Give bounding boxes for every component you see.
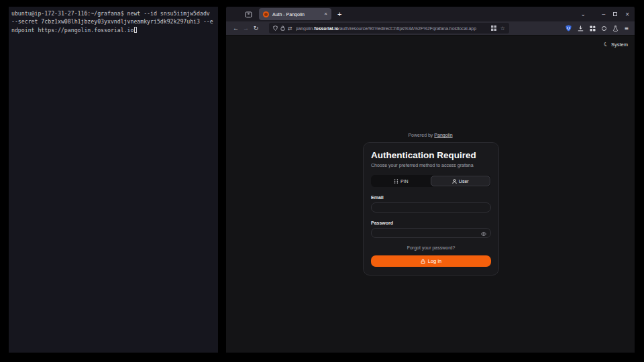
new-tab-button[interactable]: + (337, 11, 341, 18)
extensions-icon[interactable] (590, 25, 596, 32)
page-content: ☾ System Powered by Pangolin Authenticat… (226, 36, 635, 353)
card-title: Authentication Required (371, 150, 491, 160)
ublock-icon[interactable] (566, 25, 572, 32)
card-subtitle: Choose your preferred method to access g… (371, 163, 491, 168)
minimize-button[interactable]: – (602, 11, 605, 17)
account-ring-icon[interactable] (602, 26, 606, 31)
desktop: ubuntu@ip-172-31-27-116:~/grafana$ newt … (0, 0, 644, 362)
email-label: Email (371, 195, 491, 200)
moon-icon: ☾ (602, 41, 609, 48)
browser-window: Auth - Pangolin × + ⌄ – × ← → ↻ (226, 7, 635, 353)
powered-by-text: Powered by (408, 133, 433, 137)
flask-icon[interactable] (612, 25, 619, 32)
auth-method-tabs: PIN User (371, 175, 491, 187)
password-input[interactable] (371, 228, 491, 238)
tab-pin-label: PIN (400, 179, 409, 184)
reload-button[interactable]: ↻ (251, 25, 261, 32)
toolbar-extensions: ≡ (566, 25, 629, 32)
proxy-swap-icon[interactable]: ⇄ (288, 25, 292, 32)
user-icon (452, 179, 457, 184)
pangolin-favicon-icon (263, 11, 269, 17)
download-icon[interactable] (578, 25, 584, 32)
dialpad-icon (394, 179, 398, 184)
terminal-line: ndpoint https://pangolin.fossorial.io (11, 26, 215, 34)
forgot-password-link[interactable]: Forgot your password? (371, 245, 491, 250)
lock-icon[interactable] (280, 25, 285, 31)
login-button[interactable]: Log in (371, 255, 491, 267)
tab-pin[interactable]: PIN (372, 176, 431, 186)
theme-toggle[interactable]: ☾ System (604, 42, 628, 48)
close-window-button[interactable]: × (625, 11, 629, 18)
browser-tab-bar: Auth - Pangolin × + ⌄ – × (226, 7, 635, 21)
email-input[interactable] (371, 202, 491, 213)
firefox-view-icon[interactable] (244, 9, 253, 19)
terminal-line: --secret 7cbz1xw08lh1jbzey03yxvndljvneam… (11, 17, 215, 25)
containers-grid-icon[interactable] (491, 25, 496, 31)
list-tabs-chevron-icon[interactable]: ⌄ (581, 11, 586, 17)
terminal-cursor (134, 27, 137, 33)
pangolin-link[interactable]: Pangolin (434, 133, 452, 137)
tab-close-icon[interactable]: × (324, 11, 327, 17)
url-text[interactable]: pangolin.fossorial.io/auth/resource/90?r… (296, 26, 488, 31)
terminal-command-text: ndpoint https://pangolin.fossorial.io (11, 27, 133, 34)
terminal-line: ubuntu@ip-172-31-27-116:~/grafana$ newt … (11, 9, 215, 17)
back-button[interactable]: ← (231, 25, 241, 32)
auth-card: Authentication Required Choose your pref… (363, 142, 499, 276)
show-password-eye-icon[interactable] (481, 231, 486, 237)
bookmark-star-icon[interactable]: ☆ (500, 25, 505, 32)
window-controls: ⌄ – × (581, 11, 629, 18)
tab-title: Auth - Pangolin (272, 12, 324, 17)
browser-tab[interactable]: Auth - Pangolin × (259, 8, 331, 20)
forward-button[interactable]: → (241, 25, 251, 32)
browser-toolbar: ← → ↻ ⇄ pangolin.fossorial.io/auth/resou… (226, 21, 635, 36)
url-bar[interactable]: ⇄ pangolin.fossorial.io/auth/resource/90… (269, 23, 509, 34)
lock-icon (421, 259, 425, 264)
hamburger-menu-icon[interactable]: ≡ (625, 25, 629, 32)
theme-toggle-label: System (611, 42, 628, 48)
tab-user[interactable]: User (431, 176, 491, 186)
login-button-label: Log in (428, 258, 441, 264)
password-label: Password (371, 221, 491, 225)
maximize-button[interactable] (613, 12, 617, 16)
terminal-window[interactable]: ubuntu@ip-172-31-27-116:~/grafana$ newt … (9, 7, 218, 353)
tab-user-label: User (459, 179, 469, 184)
tracking-shield-icon[interactable] (273, 25, 278, 31)
powered-by: Powered by Pangolin (226, 133, 635, 137)
